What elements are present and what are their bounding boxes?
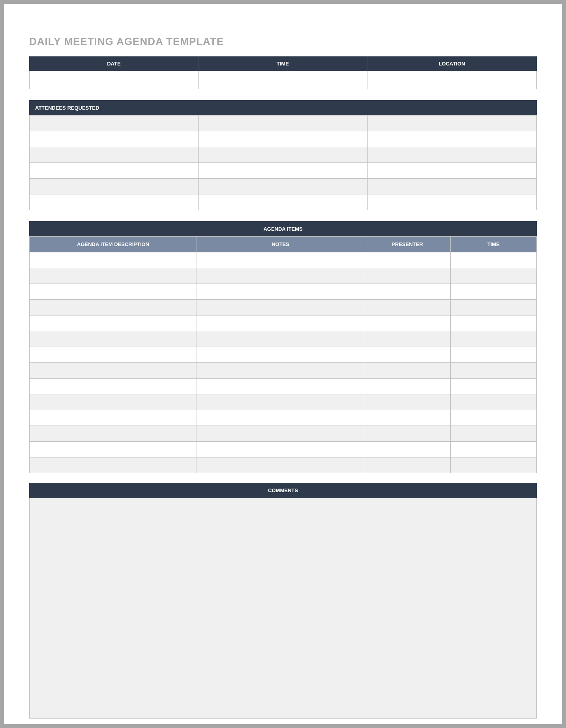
meeting-info-table: DATE TIME LOCATION [29, 56, 537, 89]
agenda-presenter-cell[interactable] [364, 252, 450, 268]
agenda-desc-cell[interactable] [30, 457, 197, 473]
agenda-desc-cell[interactable] [30, 379, 197, 394]
table-row [30, 179, 537, 194]
page-content: DAILY MEETING AGENDA TEMPLATE DATE TIME … [23, 19, 543, 709]
agenda-desc-cell[interactable] [30, 331, 197, 347]
attendee-cell[interactable] [199, 116, 367, 131]
comments-header: COMMENTS [29, 483, 537, 498]
agenda-time-cell[interactable] [450, 331, 536, 347]
agenda-presenter-cell[interactable] [364, 268, 450, 284]
agenda-presenter-cell[interactable] [364, 379, 450, 394]
agenda-time-cell[interactable] [450, 363, 536, 379]
agenda-time-cell[interactable] [450, 347, 536, 363]
agenda-desc-cell[interactable] [30, 410, 197, 426]
page-frame: DAILY MEETING AGENDA TEMPLATE DATE TIME … [0, 0, 566, 728]
agenda-notes-cell[interactable] [197, 315, 364, 331]
attendee-cell[interactable] [367, 194, 536, 210]
agenda-notes-cell[interactable] [197, 363, 364, 379]
agenda-desc-cell[interactable] [30, 394, 197, 410]
attendee-cell[interactable] [199, 179, 367, 194]
table-row [30, 194, 537, 210]
time-field[interactable] [198, 71, 367, 89]
agenda-desc-cell[interactable] [30, 315, 197, 331]
attendee-cell[interactable] [367, 131, 536, 147]
agenda-presenter-cell[interactable] [364, 284, 450, 300]
attendees-table [29, 115, 537, 210]
col-header-time: TIME [450, 237, 536, 252]
agenda-time-cell[interactable] [450, 426, 536, 442]
agenda-desc-cell[interactable] [30, 252, 197, 268]
agenda-presenter-cell[interactable] [364, 331, 450, 347]
table-row [30, 410, 537, 426]
agenda-notes-cell[interactable] [197, 457, 364, 473]
col-header-time: TIME [198, 57, 367, 71]
agenda-presenter-cell[interactable] [364, 363, 450, 379]
table-row [30, 116, 537, 131]
table-row [30, 347, 537, 363]
agenda-notes-cell[interactable] [197, 426, 364, 442]
attendee-cell[interactable] [367, 116, 536, 131]
table-row [30, 315, 537, 331]
agenda-desc-cell[interactable] [30, 426, 197, 442]
agenda-time-cell[interactable] [450, 268, 536, 284]
agenda-time-cell[interactable] [450, 457, 536, 473]
table-row [30, 426, 537, 442]
agenda-desc-cell[interactable] [30, 347, 197, 363]
agenda-presenter-cell[interactable] [364, 300, 450, 315]
attendee-cell[interactable] [30, 179, 199, 194]
attendee-cell[interactable] [199, 194, 367, 210]
attendees-header: ATTENDEES REQUESTED [29, 100, 537, 115]
table-row [30, 363, 537, 379]
attendee-cell[interactable] [199, 147, 367, 163]
agenda-notes-cell[interactable] [197, 379, 364, 394]
agenda-notes-cell[interactable] [197, 394, 364, 410]
agenda-desc-cell[interactable] [30, 442, 197, 457]
agenda-notes-cell[interactable] [197, 442, 364, 457]
agenda-notes-cell[interactable] [197, 252, 364, 268]
date-field[interactable] [30, 71, 199, 89]
agenda-presenter-cell[interactable] [364, 347, 450, 363]
attendee-cell[interactable] [199, 131, 367, 147]
table-row [30, 442, 537, 457]
agenda-presenter-cell[interactable] [364, 457, 450, 473]
attendee-cell[interactable] [30, 163, 199, 179]
agenda-table: AGENDA ITEM DESCRIPTION NOTES PRESENTER … [29, 236, 537, 473]
agenda-time-cell[interactable] [450, 442, 536, 457]
attendee-cell[interactable] [367, 147, 536, 163]
agenda-notes-cell[interactable] [197, 347, 364, 363]
agenda-desc-cell[interactable] [30, 268, 197, 284]
agenda-notes-cell[interactable] [197, 268, 364, 284]
agenda-header: AGENDA ITEMS [29, 221, 537, 236]
attendee-cell[interactable] [30, 147, 199, 163]
agenda-time-cell[interactable] [450, 410, 536, 426]
attendee-cell[interactable] [30, 116, 199, 131]
agenda-desc-cell[interactable] [30, 363, 197, 379]
location-field[interactable] [367, 71, 536, 89]
agenda-time-cell[interactable] [450, 379, 536, 394]
agenda-presenter-cell[interactable] [364, 410, 450, 426]
attendee-cell[interactable] [367, 163, 536, 179]
attendee-cell[interactable] [30, 131, 199, 147]
attendee-cell[interactable] [367, 179, 536, 194]
attendee-cell[interactable] [30, 194, 199, 210]
agenda-notes-cell[interactable] [197, 284, 364, 300]
agenda-presenter-cell[interactable] [364, 426, 450, 442]
agenda-desc-cell[interactable] [30, 284, 197, 300]
table-row [30, 457, 537, 473]
comments-body[interactable] [29, 498, 537, 719]
agenda-time-cell[interactable] [450, 284, 536, 300]
agenda-time-cell[interactable] [450, 300, 536, 315]
table-row [30, 284, 537, 300]
agenda-desc-cell[interactable] [30, 300, 197, 315]
agenda-time-cell[interactable] [450, 394, 536, 410]
table-row [30, 300, 537, 315]
agenda-time-cell[interactable] [450, 315, 536, 331]
agenda-notes-cell[interactable] [197, 331, 364, 347]
agenda-time-cell[interactable] [450, 252, 536, 268]
agenda-notes-cell[interactable] [197, 410, 364, 426]
attendee-cell[interactable] [199, 163, 367, 179]
agenda-presenter-cell[interactable] [364, 315, 450, 331]
agenda-presenter-cell[interactable] [364, 394, 450, 410]
agenda-notes-cell[interactable] [197, 300, 364, 315]
agenda-presenter-cell[interactable] [364, 442, 450, 457]
